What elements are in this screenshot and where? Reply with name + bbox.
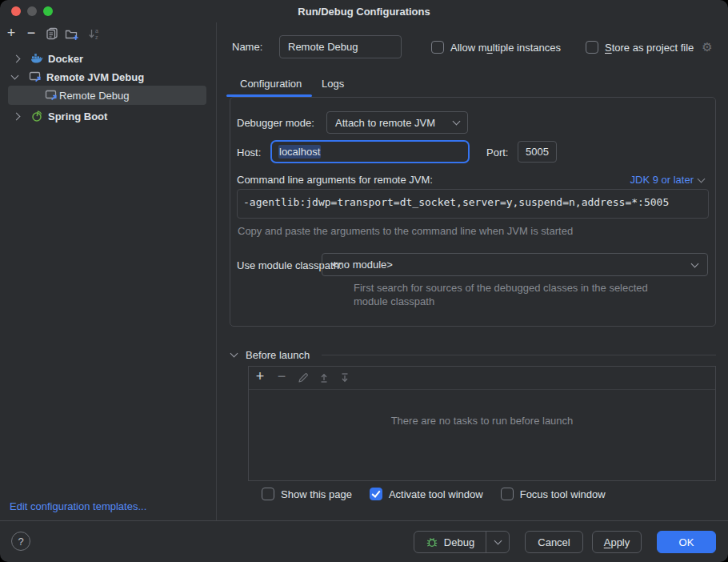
svg-text:a: a bbox=[95, 28, 98, 34]
before-launch-divider bbox=[322, 355, 716, 355]
remove-configuration-button[interactable]: − bbox=[23, 25, 39, 41]
debugger-mode-value: Attach to remote JVM bbox=[335, 117, 435, 129]
cancel-button-label: Cancel bbox=[538, 536, 570, 548]
svg-text:z: z bbox=[95, 34, 98, 40]
activate-tool-window-label: Activate tool window bbox=[389, 488, 483, 500]
copy-configuration-button[interactable] bbox=[44, 26, 60, 42]
cmdline-arguments-field[interactable]: -agentlib:jdwp=transport=dt_socket,serve… bbox=[237, 189, 709, 219]
tree-item-label: Remote Debug bbox=[59, 90, 129, 102]
jdk-version-value: JDK 9 or later bbox=[630, 174, 694, 186]
debugger-mode-label: Debugger mode: bbox=[237, 117, 314, 129]
module-classpath-hint: First search for sources of the debugged… bbox=[354, 281, 674, 308]
debug-button-label: Debug bbox=[444, 536, 474, 548]
plus-icon: + bbox=[7, 26, 16, 40]
new-folder-icon bbox=[65, 27, 79, 41]
name-value: Remote Debug bbox=[288, 41, 358, 53]
store-as-project-file-label: Store as project file bbox=[605, 42, 694, 54]
edit-configuration-templates-link[interactable]: Edit configuration templates... bbox=[10, 500, 146, 512]
cmdline-arguments-value: -agentlib:jdwp=transport=dt_socket,serve… bbox=[238, 190, 708, 208]
move-task-down-button[interactable] bbox=[337, 370, 353, 386]
move-down-icon bbox=[338, 371, 351, 384]
tree-item-spring-boot[interactable]: Spring Boot bbox=[0, 106, 216, 126]
before-launch-empty-text: There are no tasks to run before launch bbox=[248, 415, 716, 427]
cancel-button[interactable]: Cancel bbox=[525, 531, 583, 553]
name-label: Name: bbox=[232, 41, 262, 53]
cmdline-arguments-label: Command line arguments for remote JVM: bbox=[237, 174, 433, 186]
debug-split-button[interactable]: Debug bbox=[414, 531, 510, 553]
minus-icon: − bbox=[278, 369, 286, 383]
tree-item-label: Docker bbox=[48, 53, 83, 65]
page-options-row: Show this page Activate tool window Focu… bbox=[262, 488, 606, 500]
edit-task-button[interactable] bbox=[295, 370, 311, 386]
apply-button[interactable]: Apply bbox=[592, 531, 642, 553]
before-launch-title: Before launch bbox=[246, 349, 310, 361]
plus-icon: + bbox=[256, 369, 265, 383]
docker-icon bbox=[30, 52, 43, 65]
focus-tool-window-label: Focus tool window bbox=[520, 488, 606, 500]
copy-icon bbox=[46, 27, 58, 40]
sidebar-divider bbox=[216, 22, 217, 520]
add-configuration-button[interactable]: + bbox=[3, 25, 19, 41]
jdk-version-selector[interactable]: JDK 9 or later bbox=[630, 174, 704, 186]
module-classpath-select[interactable]: <no module> bbox=[322, 253, 708, 276]
remote-debug-icon bbox=[45, 89, 58, 102]
chevron-down-icon bbox=[691, 259, 699, 267]
run-debug-configurations-dialog: Run/Debug Configurations + − a z bbox=[0, 0, 728, 562]
host-value-selected-text: localhost bbox=[278, 145, 321, 159]
tab-configuration[interactable]: Configuration bbox=[240, 78, 302, 90]
port-label: Port: bbox=[486, 147, 508, 159]
checkbox-icon[interactable] bbox=[262, 488, 274, 500]
chevron-down-icon bbox=[494, 537, 502, 545]
debug-options-dropdown[interactable] bbox=[486, 532, 509, 552]
new-folder-button[interactable] bbox=[64, 26, 80, 42]
checkbox-checked-icon[interactable] bbox=[370, 488, 382, 500]
debugger-mode-select[interactable]: Attach to remote JVM bbox=[326, 111, 468, 134]
port-value: 5005 bbox=[526, 146, 549, 158]
allow-multiple-instances-checkbox[interactable]: Allow multiple instances bbox=[431, 41, 561, 54]
gear-icon[interactable]: ⚙ bbox=[702, 41, 712, 54]
checkbox-icon[interactable] bbox=[586, 41, 598, 54]
tab-logs[interactable]: Logs bbox=[322, 78, 344, 90]
port-input[interactable]: 5005 bbox=[518, 141, 557, 163]
checkbox-icon[interactable] bbox=[431, 41, 444, 54]
remote-jvm-debug-icon bbox=[29, 70, 42, 83]
show-this-page-label: Show this page bbox=[281, 488, 352, 500]
bug-icon bbox=[426, 536, 438, 548]
name-input[interactable]: Remote Debug bbox=[279, 35, 402, 58]
sort-configurations-button[interactable]: a z bbox=[86, 26, 102, 42]
chevron-down-icon[interactable] bbox=[11, 72, 19, 80]
move-task-up-button[interactable] bbox=[316, 370, 332, 386]
chevron-right-icon[interactable] bbox=[13, 112, 21, 120]
dialog-title: Run/Debug Configurations bbox=[0, 6, 728, 18]
sort-alphabetically-icon: a z bbox=[88, 27, 101, 40]
chevron-down-icon bbox=[698, 175, 706, 183]
store-as-project-file-checkbox[interactable]: Store as project file ⚙ bbox=[586, 41, 713, 54]
collapse-before-launch-icon[interactable] bbox=[230, 350, 238, 358]
activate-tool-window-checkbox[interactable]: Activate tool window bbox=[370, 488, 483, 500]
spring-boot-icon bbox=[30, 110, 43, 122]
host-label: Host: bbox=[237, 147, 261, 159]
tree-item-label: Remote JVM Debug bbox=[46, 71, 144, 83]
footer-divider bbox=[0, 520, 728, 521]
add-task-button[interactable]: + bbox=[252, 368, 268, 384]
minus-icon: − bbox=[27, 26, 36, 40]
apply-button-label: Apply bbox=[604, 536, 630, 548]
tree-item-remote-jvm-debug[interactable]: Remote JVM Debug bbox=[0, 67, 216, 86]
checkbox-icon[interactable] bbox=[501, 488, 514, 500]
tree-item-docker[interactable]: Docker bbox=[0, 49, 216, 68]
chevron-right-icon[interactable] bbox=[13, 54, 21, 62]
remove-task-button[interactable]: − bbox=[274, 368, 290, 384]
module-classpath-value: <no module> bbox=[332, 259, 393, 271]
tree-item-remote-debug-selected[interactable]: Remote Debug bbox=[8, 86, 206, 105]
cmdline-hint: Copy and paste the arguments to the comm… bbox=[238, 225, 573, 237]
focus-tool-window-checkbox[interactable]: Focus tool window bbox=[501, 488, 606, 500]
pencil-icon bbox=[297, 371, 310, 384]
debug-button[interactable]: Debug bbox=[414, 536, 486, 548]
show-this-page-checkbox[interactable]: Show this page bbox=[262, 488, 352, 500]
move-up-icon bbox=[318, 371, 330, 384]
tree-item-label: Spring Boot bbox=[48, 110, 107, 122]
host-input[interactable]: localhost bbox=[270, 140, 470, 163]
help-button[interactable]: ? bbox=[11, 532, 30, 551]
ok-button-label: OK bbox=[679, 536, 694, 548]
ok-button[interactable]: OK bbox=[657, 531, 716, 553]
